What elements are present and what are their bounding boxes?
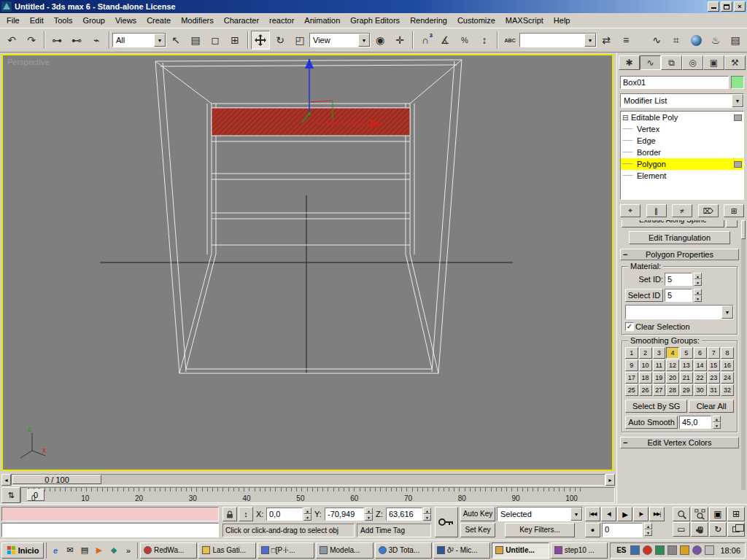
min-max-toggle-button[interactable]: [727, 522, 745, 537]
smoothing-group-button[interactable]: 2: [639, 347, 652, 359]
taskbar-task-active[interactable]: Untitle...: [492, 542, 549, 559]
smoothing-group-button[interactable]: 7: [708, 347, 721, 359]
quicklaunch-overflow-chevron[interactable]: »: [123, 545, 134, 556]
go-to-start-button[interactable]: |◀◀: [585, 507, 600, 521]
quicklaunch-media-player-icon[interactable]: ▶: [93, 545, 105, 556]
quicklaunch-messenger-icon[interactable]: ◆: [108, 545, 120, 556]
smoothing-group-button[interactable]: 4: [666, 347, 679, 359]
menu-item[interactable]: MAXScript: [500, 15, 549, 26]
tab-display[interactable]: ▣: [703, 55, 724, 70]
stack-item-vertex[interactable]: ┄┄┄ Vertex: [621, 123, 743, 135]
set-id-field[interactable]: 5: [665, 273, 692, 286]
object-color-swatch[interactable]: [731, 76, 744, 89]
menu-item[interactable]: Modifiers: [176, 15, 219, 26]
z-coordinate-field[interactable]: 63,616: [386, 508, 422, 521]
open-mini-curve-editor-button[interactable]: ⇅: [1, 487, 20, 503]
tray-icon-3[interactable]: [655, 545, 665, 555]
smoothing-group-button[interactable]: 3: [653, 347, 666, 359]
menu-item[interactable]: Create: [142, 15, 176, 26]
tray-icon-2[interactable]: [643, 545, 652, 555]
modifier-stack-list[interactable]: ⊟ Editable Poly ┄┄┄ Vertex ┄┄┄ Edge ┄┄┄ …: [620, 111, 744, 200]
smoothing-group-button[interactable]: 14: [694, 359, 707, 371]
smoothing-group-button[interactable]: 20: [666, 372, 679, 384]
redo-button[interactable]: ↷: [22, 31, 41, 50]
menu-item[interactable]: Rendering: [405, 15, 452, 26]
zoom-extents-button[interactable]: ▣: [709, 507, 727, 521]
maxscript-listener-line2[interactable]: [1, 523, 219, 537]
tab-utilities[interactable]: ⚒: [724, 55, 746, 70]
smoothing-group-button[interactable]: 32: [721, 384, 734, 396]
smoothing-group-button[interactable]: 27: [653, 384, 666, 396]
spinner-up-icon[interactable]: ▲: [644, 523, 652, 529]
configure-modifier-sets-button[interactable]: ⊞: [724, 204, 744, 217]
smoothing-group-button[interactable]: 16: [721, 359, 734, 371]
percent-snap-toggle[interactable]: %: [455, 31, 474, 50]
previous-frame-button[interactable]: ◀|: [601, 507, 616, 521]
set-id-spinner[interactable]: ▲▼: [694, 273, 702, 286]
smoothing-group-button[interactable]: 13: [680, 359, 693, 371]
select-id-spinner[interactable]: ▲▼: [694, 289, 702, 302]
pan-button[interactable]: [691, 522, 708, 537]
select-and-manipulate-button[interactable]: ✛: [390, 31, 409, 50]
quicklaunch-show-desktop-icon[interactable]: ▤: [79, 545, 90, 556]
track-bar-ruler[interactable]: 0 0102030405060708090100: [20, 487, 615, 503]
selection-filter-dropdown[interactable]: All ▼: [112, 33, 166, 47]
spinner-up-icon[interactable]: ▲: [694, 273, 702, 279]
key-mode-dropdown[interactable]: Selected ▼: [497, 507, 583, 521]
smoothing-group-button[interactable]: 19: [653, 372, 666, 384]
smoothing-group-button[interactable]: 1: [625, 347, 638, 359]
stack-item-element[interactable]: ┄┄┄ Element: [621, 170, 743, 182]
viewport-canvas[interactable]: z x: [3, 55, 612, 467]
dropdown-arrow-icon[interactable]: ▼: [570, 508, 582, 521]
tab-modify[interactable]: ∿: [640, 55, 661, 70]
smoothing-group-button[interactable]: 21: [680, 372, 693, 384]
z-coordinate-spinner[interactable]: ▲▼: [423, 508, 431, 521]
stack-item-polygon[interactable]: ┄┄┄ Polygon: [621, 158, 743, 170]
rollout-scrollbar-thumb[interactable]: [741, 220, 746, 239]
y-coordinate-field[interactable]: -70,949: [325, 508, 364, 521]
time-slider-left-arrow[interactable]: ◄: [1, 474, 11, 486]
current-frame-spinner[interactable]: ▲▼: [644, 523, 652, 536]
spinner-up-icon[interactable]: ▲: [713, 416, 721, 422]
tab-motion[interactable]: ◎: [682, 55, 703, 70]
x-coordinate-spinner[interactable]: ▲▼: [303, 508, 311, 521]
spinner-up-icon[interactable]: ▲: [694, 289, 702, 295]
smoothing-group-button[interactable]: 29: [680, 384, 693, 396]
show-end-result-button[interactable]: ∥: [646, 204, 667, 217]
smoothing-group-button[interactable]: 22: [694, 372, 707, 384]
smoothing-group-button[interactable]: 26: [639, 384, 652, 396]
smoothing-group-button[interactable]: 9: [625, 359, 638, 371]
tab-hierarchy[interactable]: ⧉: [661, 55, 682, 70]
dropdown-arrow-icon[interactable]: ▼: [584, 34, 596, 47]
bind-to-space-warp-button[interactable]: ⌁: [87, 31, 106, 50]
minimize-button[interactable]: [708, 1, 719, 12]
language-indicator[interactable]: ES: [615, 546, 627, 554]
select-by-name-button[interactable]: ▤: [186, 31, 205, 50]
play-button[interactable]: ▶: [617, 507, 632, 521]
edit-triangulation-button[interactable]: Edit Triangulation: [629, 231, 730, 244]
smoothing-group-button[interactable]: 11: [653, 359, 666, 371]
rectangular-selection-region-button[interactable]: ◻: [206, 31, 225, 50]
mirror-button[interactable]: ⇄: [597, 31, 616, 50]
auto-key-button[interactable]: Auto Key: [460, 507, 495, 521]
tray-icon-5[interactable]: [680, 545, 689, 555]
reference-coordinate-dropdown[interactable]: View ▼: [309, 33, 371, 47]
material-id-names-dropdown[interactable]: ▼: [625, 305, 734, 319]
taskbar-task[interactable]: step10 ...: [551, 542, 608, 559]
spinner-up-icon[interactable]: ▲: [365, 508, 373, 514]
smoothing-group-button[interactable]: 24: [721, 372, 734, 384]
time-slider-thumb[interactable]: 0 / 100: [12, 475, 101, 484]
smoothing-group-button[interactable]: 28: [666, 384, 679, 396]
collapse-tree-icon[interactable]: ⊟: [622, 114, 631, 122]
auto-smooth-button[interactable]: Auto Smooth: [625, 416, 678, 429]
select-id-button[interactable]: Select ID: [625, 289, 663, 302]
extrude-along-spline-settings-button[interactable]: [726, 220, 738, 228]
spinner-down-icon[interactable]: ▼: [423, 514, 431, 521]
taskbar-task[interactable]: RedWa...: [140, 542, 197, 559]
menu-item[interactable]: Customize: [452, 15, 500, 26]
lock-selection-toggle[interactable]: [222, 507, 237, 521]
menu-item[interactable]: reactor: [264, 15, 299, 26]
taskbar-task[interactable]: Modela...: [316, 542, 373, 559]
unlink-selection-button[interactable]: ⊷: [67, 31, 86, 50]
tray-icon-7[interactable]: [705, 545, 714, 555]
